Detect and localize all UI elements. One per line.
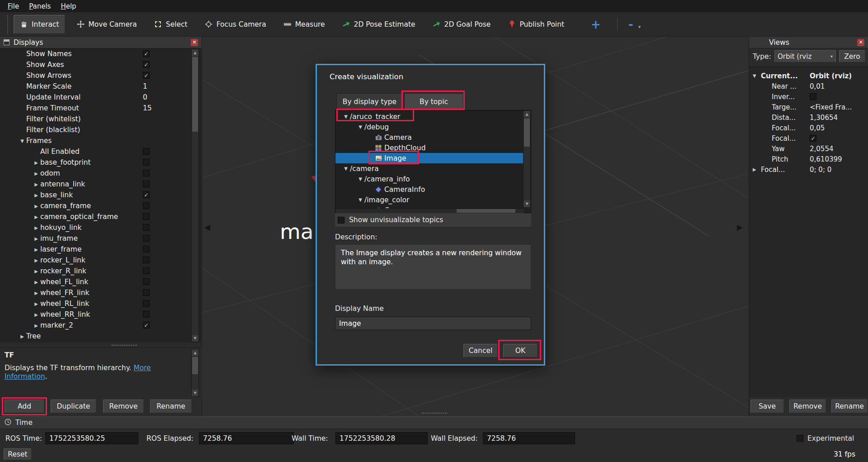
cancel-button[interactable]: Cancel (463, 344, 498, 357)
time-splitter-handle[interactable] (422, 413, 447, 414)
close-icon[interactable]: ✕ (857, 39, 864, 46)
collapse-left-panel-icon[interactable]: ◀ (204, 223, 210, 232)
topic-scrollbar[interactable]: ▲ ▼ (523, 110, 531, 208)
display-property-row[interactable]: ▶marker_2✓ (0, 320, 202, 331)
view-property-row[interactable]: Yaw2,0554 (749, 144, 868, 154)
property-checkbox[interactable]: ✓ (143, 191, 150, 198)
display-property-row[interactable]: Show Axes✓ (0, 59, 202, 70)
rename-view-button[interactable]: Rename (831, 400, 868, 413)
topic-tree-item[interactable]: ▼/image_color (335, 195, 531, 205)
display-name-input[interactable] (335, 317, 531, 330)
topic-tree-item[interactable]: Camera (335, 132, 531, 143)
display-property-row[interactable]: ▶camera_frame (0, 200, 202, 211)
display-property-row[interactable]: ▶wheel_FL_link (0, 276, 202, 287)
duplicate-display-button[interactable]: Duplicate (51, 400, 96, 413)
view-property-row[interactable]: Pitch0,610399 (749, 154, 868, 165)
zero-button[interactable]: Zero (839, 50, 865, 62)
experimental-checkbox[interactable] (797, 435, 803, 442)
view-property-row[interactable]: Near ...0,01 (749, 81, 868, 92)
property-checkbox[interactable] (143, 246, 150, 252)
scrollbar-thumb[interactable] (524, 119, 530, 147)
property-checkbox[interactable] (810, 93, 816, 100)
property-checkbox[interactable]: ✓ (143, 61, 150, 68)
topic-tree-item[interactable]: DepthCloud (335, 143, 531, 153)
panel-splitter-handle[interactable] (112, 345, 137, 346)
display-property-row[interactable]: ▼Frames (0, 135, 202, 146)
displays-panel-header[interactable]: Displays ✕ (0, 37, 202, 48)
menu-item-panels[interactable]: Panels (24, 1, 56, 11)
topic-hscrollbar[interactable] (335, 208, 524, 213)
add-display-button[interactable]: Add (5, 400, 44, 413)
display-property-row[interactable]: ▶laser_frame (0, 244, 202, 255)
property-checkbox[interactable] (143, 148, 150, 155)
topic-tree-item[interactable]: ▼/camera_info (335, 174, 531, 184)
view-property-row[interactable]: Targe...<Fixed Fra... (749, 102, 868, 113)
property-checkbox[interactable] (143, 224, 150, 231)
topic-tree-item[interactable]: Image (335, 153, 531, 163)
view-property-row[interactable]: Inver... (749, 92, 868, 102)
display-property-row[interactable]: Filter (whitelist) (0, 114, 202, 124)
display-property-row[interactable]: ▶base_link✓ (0, 190, 202, 200)
scroll-up-icon[interactable]: ▲ (524, 111, 530, 118)
displays-scrollbar[interactable]: ▲ ▼ (191, 49, 199, 342)
property-checkbox[interactable]: ✓ (810, 135, 816, 142)
tool-measure[interactable]: Measure (278, 15, 331, 34)
property-checkbox[interactable] (143, 267, 150, 274)
tool-move-camera[interactable]: Move Camera (71, 15, 142, 34)
property-checkbox[interactable]: ✓ (143, 50, 150, 57)
display-property-row[interactable]: ▶wheel_FR_link (0, 287, 202, 298)
display-property-row[interactable]: ▶camera_optical_frame (0, 211, 202, 222)
display-property-row[interactable]: ▶odom (0, 168, 202, 179)
property-checkbox[interactable] (143, 257, 150, 263)
scroll-up-icon[interactable]: ▲ (192, 49, 198, 56)
scrollbar-thumb[interactable] (457, 209, 515, 213)
tool-2d-pose-estimate[interactable]: 2D Pose Estimate (336, 15, 421, 34)
display-property-row[interactable]: Show Arrows✓ (0, 70, 202, 81)
views-panel-header[interactable]: Views ✕ (749, 37, 868, 48)
property-checkbox[interactable] (143, 235, 150, 242)
display-property-row[interactable]: ▶rocker_L_link (0, 255, 202, 266)
tf-info-scrollbar[interactable]: ▲ ▼ (191, 349, 199, 397)
ok-button[interactable]: OK (503, 344, 538, 357)
tool-focus-camera[interactable]: Focus Camera (199, 15, 272, 34)
scrollbar-thumb[interactable] (192, 357, 198, 374)
remove-display-button[interactable]: Remove (103, 400, 144, 413)
topic-tree-item[interactable]: CameraInfo (335, 184, 531, 195)
display-property-row[interactable]: Marker Scale1 (0, 81, 202, 92)
display-property-row[interactable]: All Enabled (0, 146, 202, 157)
scrollbar-thumb[interactable] (192, 57, 198, 132)
property-checkbox[interactable] (143, 159, 150, 166)
property-checkbox[interactable] (143, 311, 150, 318)
display-property-row[interactable]: Update Interval0 (0, 92, 202, 103)
reset-button[interactable]: Reset (4, 448, 32, 460)
scroll-down-icon[interactable]: ▼ (192, 335, 198, 342)
tab-by-topic[interactable]: By topic (404, 93, 463, 110)
display-property-row[interactable]: Filter (blacklist) (0, 124, 202, 135)
property-checkbox[interactable] (143, 170, 150, 176)
property-checkbox[interactable] (143, 213, 150, 220)
remove-tool-button[interactable]: - ▾ (625, 15, 644, 34)
view-property-row[interactable]: Focal...0,05 (749, 123, 868, 133)
display-property-row[interactable]: ▶base_footprint (0, 157, 202, 168)
tool-interact[interactable]: Interact (14, 15, 65, 34)
property-checkbox[interactable] (143, 181, 150, 187)
property-checkbox[interactable]: ✓ (143, 322, 150, 329)
tab-by-display-type[interactable]: By display type (336, 93, 403, 110)
view-property-row[interactable]: ▶Focal...0; 0; 0 (749, 165, 868, 175)
display-property-row[interactable]: ▶antenna_link (0, 179, 202, 190)
view-property-row[interactable]: ▼Current...Orbit (rviz) (749, 71, 868, 81)
tool-publish-point[interactable]: Publish Point (502, 15, 570, 34)
time-panel-header[interactable]: Time (0, 417, 868, 429)
display-property-row[interactable]: ▶rocker_R_link (0, 266, 202, 276)
tool-2d-goal-pose[interactable]: 2D Goal Pose (427, 15, 497, 34)
display-property-row[interactable]: ▶wheel_RL_link (0, 298, 202, 309)
show-unvisualizable-checkbox[interactable] (338, 217, 344, 224)
topic-tree-item[interactable]: ▼/debug (335, 122, 531, 132)
property-checkbox[interactable] (143, 289, 150, 296)
display-property-row[interactable]: Show Names✓ (0, 48, 202, 59)
display-property-row[interactable]: ▶Tree (0, 331, 202, 342)
topic-tree-item[interactable]: ▼/camera (335, 163, 531, 174)
close-icon[interactable]: ✕ (191, 39, 198, 46)
topic-tree-item[interactable]: ▼/aruco_tracker (335, 111, 531, 122)
scroll-down-icon[interactable]: ▼ (524, 200, 530, 207)
